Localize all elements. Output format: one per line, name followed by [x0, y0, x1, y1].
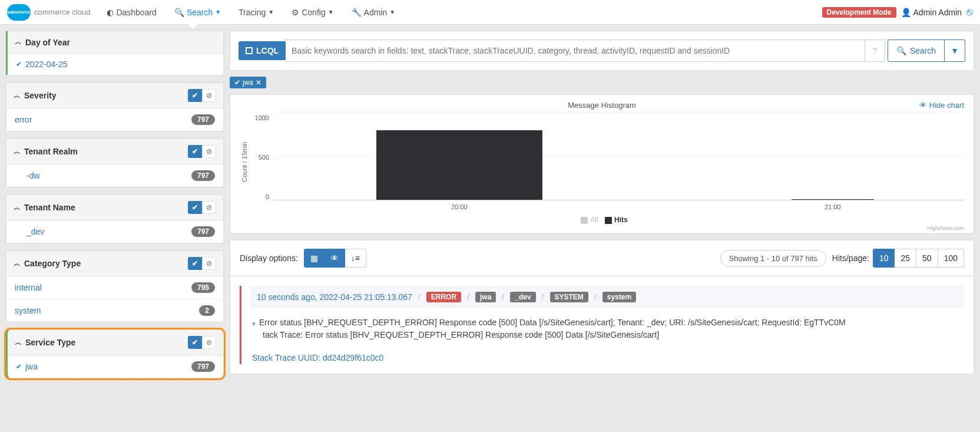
- chart-plot[interactable]: 20:00 21:00: [273, 112, 964, 200]
- facet-head-tenant-name[interactable]: ︿Tenant Name✔⊘: [6, 195, 223, 220]
- check-icon: ✔: [16, 362, 22, 371]
- collapse-icon[interactable]: ▾: [252, 319, 256, 329]
- brand-text: commerce cloud: [34, 8, 90, 17]
- facet-service-type: ︿Service Type✔⊘ ✔jwa797 1: [6, 329, 224, 378]
- tag-badge: SYSTEM: [550, 292, 588, 302]
- hits-50[interactable]: 50: [916, 249, 938, 268]
- chart-bar[interactable]: [376, 130, 459, 200]
- result-text: Error status [BHV_REQUEST_DEPTH_ERROR] R…: [259, 316, 846, 329]
- chart-bar[interactable]: [792, 199, 875, 200]
- main-panel: LCQL ? 🔍Search ▼ ✔jwa✕ Message Histogram…: [230, 31, 974, 374]
- lcql-toggle[interactable]: LCQL: [239, 41, 286, 60]
- facet-title: Category Type: [24, 259, 81, 268]
- facet-row-dev[interactable]: _dev797: [6, 220, 223, 243]
- count-badge: 795: [191, 282, 215, 293]
- facet-day-of-year: ︿Day of Year ✔2022-04-25: [6, 31, 224, 75]
- hits-per-page-group: 10 25 50 100: [873, 249, 964, 268]
- filter-tag-jwa[interactable]: ✔jwa✕: [230, 77, 266, 88]
- exclude-toggle[interactable]: ⊘: [202, 201, 216, 214]
- facet-title: Day of Year: [25, 38, 70, 47]
- hits-10[interactable]: 10: [873, 249, 895, 268]
- chart-bar[interactable]: [459, 130, 542, 200]
- top-nav: salesforce commerce cloud ◐Dashboard 🔍Se…: [0, 0, 980, 25]
- facet-category-type: ︿Category Type✔⊘ internal795 system2: [6, 250, 224, 322]
- wrench-icon: 🔧: [352, 8, 362, 17]
- facet-head-service[interactable]: ︿Service Type✔⊘: [8, 330, 223, 355]
- count-badge: 797: [191, 114, 215, 125]
- chart-y-label: Count / 15min: [240, 112, 249, 212]
- chart-legend: All Hits: [240, 212, 964, 225]
- gauge-icon: ◐: [107, 8, 114, 17]
- eye-icon: 👁: [919, 101, 927, 110]
- count-badge: 797: [191, 170, 215, 181]
- facet-row-system[interactable]: system2: [6, 299, 223, 322]
- facet-row-label: internal: [15, 283, 42, 292]
- facet-row-label: -dw: [27, 171, 40, 180]
- stack-trace-uuid-link[interactable]: Stack Trace UUID: dd24d29f61c0c0: [252, 352, 962, 364]
- facet-head-realm[interactable]: ︿Tenant Realm✔⊘: [6, 139, 223, 164]
- facet-row-internal[interactable]: internal795: [6, 276, 223, 299]
- search-button[interactable]: 🔍Search: [888, 39, 945, 62]
- sort-button[interactable]: ↓≡: [345, 249, 366, 268]
- exclude-toggle[interactable]: ⊘: [202, 145, 216, 158]
- chart-credit: Highcharts.com: [240, 225, 964, 231]
- chevron-up-icon: ︿: [15, 37, 22, 47]
- nav-search[interactable]: 🔍Search▼: [167, 4, 228, 21]
- facet-row-label: _dev: [27, 227, 44, 236]
- help-icon[interactable]: ?: [865, 39, 885, 62]
- facet-row-date[interactable]: ✔2022-04-25: [8, 54, 223, 75]
- hide-chart-button[interactable]: 👁Hide chart: [919, 101, 964, 110]
- eye-view-button[interactable]: 👁: [325, 249, 345, 268]
- nav-config-label: Config: [302, 8, 325, 17]
- exclude-toggle[interactable]: ⊘: [202, 257, 216, 270]
- include-toggle[interactable]: ✔: [188, 257, 202, 270]
- gear-icon: ⚙: [292, 8, 299, 17]
- search-input[interactable]: [286, 39, 865, 62]
- logo: salesforce commerce cloud: [7, 4, 90, 21]
- include-toggle[interactable]: ✔: [188, 145, 202, 158]
- facet-row-jwa[interactable]: ✔jwa797: [8, 355, 223, 378]
- hits-100[interactable]: 100: [938, 249, 964, 268]
- tag-badge: _dev: [510, 292, 535, 302]
- facet-row-error[interactable]: error797: [6, 108, 223, 131]
- nav-admin[interactable]: 🔧Admin▼: [345, 4, 403, 21]
- facet-severity: ︿Severity✔⊘ error797: [6, 83, 224, 131]
- legend-label[interactable]: All: [590, 216, 598, 224]
- include-toggle[interactable]: ✔: [188, 89, 202, 102]
- facet-head-severity[interactable]: ︿Severity✔⊘: [6, 83, 223, 108]
- separator: /: [502, 292, 504, 302]
- exclude-toggle[interactable]: ⊘: [202, 336, 216, 349]
- separator: /: [418, 292, 421, 302]
- logout-icon[interactable]: ⎋: [966, 6, 973, 18]
- exclude-toggle[interactable]: ⊘: [202, 89, 216, 102]
- facet-title: Tenant Realm: [24, 147, 78, 156]
- include-toggle[interactable]: ✔: [188, 201, 202, 214]
- display-options-label: Display options:: [240, 253, 298, 263]
- facet-row-label: system: [15, 306, 41, 315]
- hits-25[interactable]: 25: [895, 249, 916, 268]
- facet-row-label: 2022-04-25: [25, 60, 68, 69]
- facet-row-label: jwa: [25, 362, 38, 371]
- caret-down-icon: ▼: [328, 9, 334, 15]
- facet-head-category[interactable]: ︿Category Type✔⊘: [6, 251, 223, 276]
- facet-title: Severity: [24, 91, 56, 100]
- nav-tracing[interactable]: Tracing▼: [231, 4, 281, 21]
- user-menu[interactable]: 👤Admin Admin: [901, 8, 962, 17]
- user-icon: 👤: [901, 8, 911, 17]
- close-icon[interactable]: ✕: [256, 78, 261, 87]
- nav-dashboard[interactable]: ◐Dashboard: [100, 4, 164, 21]
- facet-head-day[interactable]: ︿Day of Year: [8, 31, 223, 53]
- nav-admin-label: Admin: [364, 8, 388, 17]
- grid-view-button[interactable]: ▦: [304, 249, 325, 268]
- nav-config[interactable]: ⚙Config▼: [284, 4, 340, 21]
- caret-down-icon: ▼: [951, 46, 959, 55]
- count-badge: 2: [199, 305, 215, 316]
- chart-body: Count / 15min 1000 500 0 20:00 21:00: [240, 112, 964, 212]
- include-toggle[interactable]: ✔: [188, 336, 202, 349]
- result-header[interactable]: 10 seconds ago, 2022-04-25 21:05:13.067 …: [250, 286, 964, 308]
- search-dropdown[interactable]: ▼: [945, 39, 965, 62]
- facet-row-dw[interactable]: -dw797: [6, 164, 223, 187]
- chevron-up-icon: ︿: [15, 338, 22, 348]
- legend-label[interactable]: Hits: [614, 216, 628, 224]
- showing-count: Showing 1 - 10 of 797 hits: [720, 250, 826, 267]
